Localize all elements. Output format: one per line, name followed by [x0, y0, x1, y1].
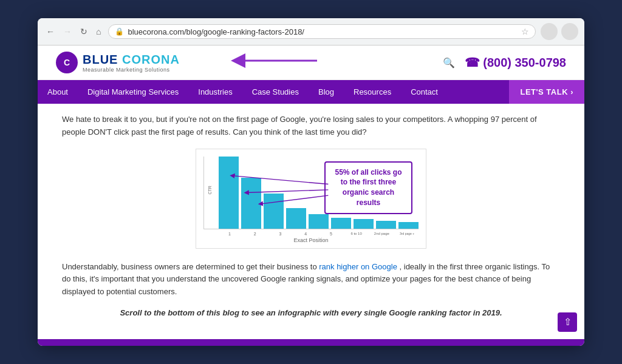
article-area: We hate to break it to you, but if you'r… — [38, 104, 584, 339]
nav-about[interactable]: About — [38, 80, 78, 104]
browser-window: ← → ↻ ⌂ 🔒 ☆ C — [38, 18, 584, 346]
address-bar[interactable] — [128, 27, 518, 36]
nav-industries[interactable]: Industries — [188, 80, 242, 104]
back-button[interactable]: ← — [44, 25, 57, 38]
bar-7 — [354, 219, 374, 228]
brand-name: BLUE CORONA — [83, 53, 180, 67]
logo-icon: C — [56, 52, 78, 73]
nav-cta-button[interactable]: LET'S TALK › — [509, 80, 584, 104]
site-header: C BLUE CORONA Measurable Marketing Solut… — [38, 46, 584, 80]
chart-y-label: CTR — [208, 186, 212, 194]
home-button[interactable]: ⌂ — [94, 25, 103, 38]
rank-higher-link[interactable]: rank higher on Google — [319, 262, 397, 271]
forward-button[interactable]: → — [61, 25, 74, 38]
bar-8 — [376, 221, 396, 229]
phone-number: ☎ (800) 350-0798 — [465, 55, 566, 70]
reload-button[interactable]: ↻ — [78, 25, 90, 38]
footer-bar — [38, 339, 584, 346]
logo-text: BLUE CORONA Measurable Marketing Solutio… — [83, 53, 180, 73]
profile-button[interactable] — [541, 23, 558, 40]
bar-9 — [398, 222, 419, 229]
site-content: C BLUE CORONA Measurable Marketing Solut… — [38, 46, 584, 346]
menu-button[interactable] — [561, 23, 578, 40]
chart-label-7: 2nd page — [371, 232, 394, 236]
callout-bold-text: Scroll to the bottom of this blog to see… — [62, 308, 560, 317]
site-nav: About Digital Marketing Services Industr… — [38, 80, 584, 104]
address-bar-wrap[interactable]: 🔒 ☆ — [108, 24, 536, 39]
logo-area: C BLUE CORONA Measurable Marketing Solut… — [56, 52, 180, 73]
intro-paragraph: We hate to break it to you, but if you'r… — [62, 113, 560, 139]
chart-label-2: 2 — [244, 232, 267, 236]
header-right: 🔍 ☎ (800) 350-0798 — [443, 55, 566, 70]
browser-chrome: ← → ↻ ⌂ 🔒 ☆ — [38, 18, 584, 46]
nav-digital-marketing[interactable]: Digital Marketing Services — [78, 80, 188, 104]
body-text-before-link: Understandably, business owners are dete… — [62, 262, 317, 271]
bar-2 — [241, 178, 261, 228]
brand-tagline: Measurable Marketing Solutions — [83, 67, 180, 73]
chart-label-8: 3rd page + — [395, 232, 419, 236]
bar-5 — [309, 214, 329, 229]
chart-x-label: Exact Position — [203, 237, 419, 243]
chart-label-5: 5 — [320, 232, 343, 236]
chart-label-6: 6 to 10 — [345, 232, 368, 236]
nav-resources[interactable]: Resources — [344, 80, 401, 104]
bar-4 — [286, 208, 306, 228]
scroll-top-button[interactable]: ⇧ — [558, 312, 577, 332]
nav-contact[interactable]: Contact — [401, 80, 448, 104]
bar-3 — [264, 194, 284, 228]
chart-inner: CTR 55% of all clicks go to the first th… — [203, 157, 419, 229]
bar-6 — [331, 218, 351, 229]
chart-label-3: 3 — [269, 232, 292, 236]
bookmark-icon[interactable]: ☆ — [521, 27, 529, 36]
chart-callout: 55% of all clicks go to the first three … — [324, 161, 412, 214]
nav-blog[interactable]: Blog — [309, 80, 344, 104]
lock-icon: 🔒 — [115, 27, 124, 36]
chart-label-4: 4 — [294, 232, 317, 236]
browser-actions — [541, 23, 578, 40]
nav-case-studies[interactable]: Case Studies — [242, 80, 309, 104]
browser-controls: ← → ↻ ⌂ — [44, 25, 103, 38]
bar-1 — [219, 157, 239, 229]
body-paragraph: Understandably, business owners are dete… — [62, 261, 560, 298]
chart-label-1: 1 — [218, 232, 241, 236]
chart-container: CTR 55% of all clicks go to the first th… — [196, 149, 426, 249]
chart-labels: 1 2 3 4 5 6 to 10 2nd page 3rd page + — [203, 232, 419, 236]
search-button[interactable]: 🔍 — [443, 57, 455, 69]
